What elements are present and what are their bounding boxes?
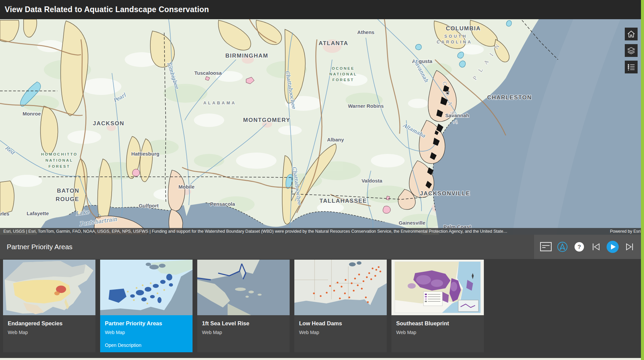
card-low-head-dams[interactable]: Low Head Dams Web Map	[294, 260, 387, 352]
section-title: Partner Priority Areas	[7, 243, 72, 251]
card-meta: Southeast Blueprint Web Map	[391, 315, 484, 335]
map-label: Mobile	[178, 184, 195, 190]
card-subtitle: Web Map	[202, 330, 285, 335]
map-label: Valdosta	[361, 178, 382, 184]
card-meta: Endangered Species Web Map	[3, 315, 95, 335]
card-thumbnail	[100, 260, 193, 315]
map-label: HOMOCHITTO	[41, 152, 78, 156]
map-label: BIRMINGHAM	[225, 53, 268, 59]
card-meta: Low Head Dams Web Map	[294, 315, 387, 335]
map-label: SOUTH	[444, 34, 468, 39]
map-label: Gulfport	[139, 203, 158, 208]
home-icon	[627, 30, 636, 38]
card-subtitle: Web Map	[8, 330, 91, 335]
locate-icon	[557, 241, 568, 253]
home-button[interactable]	[625, 28, 638, 40]
map-label: Pensacola	[210, 201, 235, 207]
map-label: Lafayette	[27, 210, 49, 216]
map-label: FOREST	[332, 78, 354, 82]
map-label: NATIONAL	[329, 72, 357, 76]
card-subtitle: Web Map	[299, 330, 382, 335]
svg-text:?: ?	[578, 244, 581, 250]
help-button[interactable]: ?	[572, 240, 586, 254]
card-title: Southeast Blueprint	[396, 320, 479, 327]
map-canvas[interactable]: AthensATLANTACOLUMBIASOUTHCAROLINABIRMIN…	[0, 19, 644, 235]
card-thumbnail	[391, 260, 484, 315]
attribution-text: Esri, USGS | Esri, TomTom, Garmin, FAO, …	[3, 229, 507, 234]
map-label: Savannah	[445, 112, 469, 118]
basemap-svg: AthensATLANTACOLUMBIASOUTHCAROLINABIRMIN…	[0, 19, 644, 235]
right-edge-strip	[641, 0, 644, 360]
map-label: BATON	[57, 188, 79, 194]
map-label: JACKSON	[93, 120, 124, 127]
map-label: ALABAMA	[203, 101, 236, 105]
map-label: Warner Robins	[348, 103, 384, 109]
help-icon: ?	[574, 241, 585, 253]
section-toolbar: Partner Priority Areas ?	[0, 235, 644, 259]
card-thumbnail	[3, 260, 95, 315]
powered-by-esri: Powered by Esri	[610, 229, 641, 234]
card-thumbnail	[294, 260, 387, 315]
card-endangered-species[interactable]: Endangered Species Web Map	[3, 260, 95, 352]
bottom-edge-strip	[0, 358, 644, 360]
map-label: ATLANTA	[319, 40, 348, 46]
map-label: CHARLESTON	[487, 94, 532, 101]
map-label: NATIONAL	[46, 158, 74, 162]
card-title: Partner Priority Areas	[105, 320, 188, 327]
description-panel-button[interactable]	[539, 240, 553, 254]
map-label: arles	[0, 211, 9, 217]
map-label: Athens	[357, 29, 375, 35]
map-label: Albany	[327, 137, 344, 142]
layers-button[interactable]	[625, 44, 638, 57]
card-1ft-sea-level-rise[interactable]: 1ft Sea Level Rise Web Map	[197, 260, 290, 352]
app-header: View Data Related to Aquatic Landscape C…	[0, 0, 644, 19]
card-title: 1ft Sea Level Rise	[202, 320, 285, 327]
card-subtitle: Web Map	[396, 330, 479, 335]
map-label: Hattiesburg	[131, 151, 159, 157]
map-label: JACKSONVILLE	[420, 190, 470, 197]
skip-previous-icon	[591, 243, 601, 251]
map-label: MONTGOMERY	[243, 117, 290, 123]
description-panel-icon	[540, 242, 552, 252]
map-label: Tuscaloosa	[194, 70, 222, 76]
map-controls	[625, 28, 638, 73]
card-partner-priority-areas[interactable]: Partner Priority Areas Web Map Open Desc…	[100, 260, 193, 352]
next-button[interactable]	[622, 240, 637, 254]
card-title: Endangered Species	[8, 320, 91, 327]
map-label: FOREST	[49, 164, 70, 168]
previous-button[interactable]	[589, 240, 603, 254]
map-label: ROUGE	[56, 196, 79, 202]
card-southeast-blueprint[interactable]: Southeast Blueprint Web Map	[391, 260, 484, 352]
page-title: View Data Related to Aquatic Landscape C…	[0, 5, 209, 14]
card-subtitle: Web Map	[105, 330, 188, 335]
locate-button[interactable]	[555, 240, 569, 254]
map-label: Gainesville	[399, 220, 425, 226]
play-icon	[606, 240, 619, 254]
card-title: Low Head Dams	[299, 320, 382, 327]
webmap-card-list: Endangered Species Web Map	[0, 259, 644, 358]
skip-next-icon	[625, 243, 634, 251]
card-thumbnail	[197, 260, 290, 315]
play-button[interactable]	[606, 240, 620, 254]
map-label: CAROLINA	[437, 40, 472, 44]
map-label: COLUMBIA	[446, 25, 481, 32]
legend-icon	[627, 63, 636, 71]
toolbar-actions: ?	[534, 235, 641, 259]
map-label: TALLAHASSEE	[320, 198, 367, 204]
map-label: Monroe	[23, 111, 41, 117]
map-attribution: Esri, USGS | Esri, TomTom, Garmin, FAO, …	[0, 228, 644, 235]
open-description-link[interactable]: Open Description	[105, 342, 141, 348]
card-meta: 1ft Sea Level Rise Web Map	[197, 315, 290, 335]
layers-icon	[627, 46, 636, 55]
map-label: OCONEE	[332, 66, 355, 70]
legend-button[interactable]	[625, 61, 638, 73]
card-meta: Partner Priority Areas Web Map	[100, 315, 193, 335]
